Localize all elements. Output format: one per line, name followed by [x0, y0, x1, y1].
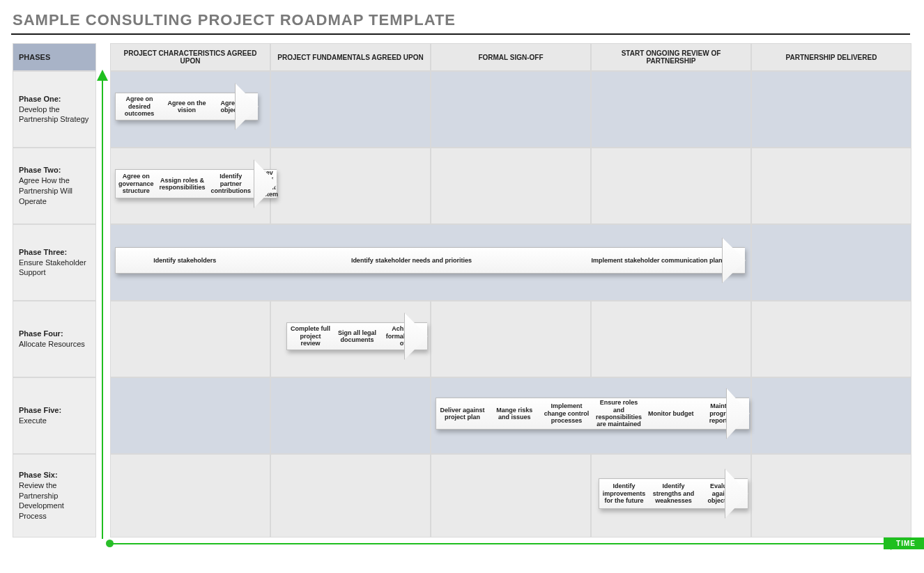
y-axis-gap	[96, 43, 110, 71]
phase-1-arrow: Agree on desired outcomes Agree on the v…	[115, 93, 258, 120]
phase-2-label: Phase Two: Agree How the Partnership Wil…	[13, 148, 96, 224]
arrowhead-icon	[97, 70, 108, 81]
phase-4-label: Phase Four: Allocate Resources	[13, 301, 96, 377]
task: Identify stakeholder needs and prioritie…	[254, 247, 569, 274]
phase-3-name: Phase Three:	[19, 247, 90, 258]
phase-1-desc: Develop the Partnership Strategy	[19, 104, 90, 125]
task: Identify strengths and weaknesses	[649, 480, 698, 507]
task: Agree on the vision	[163, 93, 210, 120]
task: Ensure roles and responsibilities are ma…	[592, 396, 645, 430]
task: Monitor budget	[645, 400, 697, 427]
r2c2	[270, 148, 431, 224]
y-axis	[96, 71, 110, 537]
page-title: SAMPLE CONSULTING PROJECT ROADMAP TEMPLA…	[13, 11, 913, 29]
time-label: TIME	[884, 537, 924, 549]
phase-5-label: Phase Five: Execute	[13, 377, 96, 454]
r4c5	[751, 301, 911, 377]
r2c5	[751, 148, 911, 224]
r1c4	[591, 71, 751, 148]
r4c3	[431, 301, 591, 377]
task: Agree on governance structure	[116, 170, 157, 197]
roadmap-grid: PHASES PROJECT CHARACTERISTICS AGREED UP…	[13, 43, 913, 537]
phase-3-label: Phase Three: Ensure Stakeholder Support	[13, 224, 96, 301]
col-header-4: START ONGOING REVIEW OF PARTNERSHIP	[591, 43, 751, 71]
phase-4-arrow: Complete full project review Sign all le…	[286, 322, 427, 350]
col-header-3: FORMAL SIGN-OFF	[431, 43, 591, 71]
r3c5	[751, 224, 911, 301]
task: Dev perf mgmt system	[254, 166, 281, 201]
task: Agree on objective	[210, 93, 258, 120]
phase-5-arrow: Deliver against project plan Mange risks…	[436, 398, 749, 430]
phase-6-arrow: Identify improvements for the future Ide…	[599, 478, 748, 509]
phase-4-name: Phase Four:	[19, 329, 90, 339]
phase-4-desc: Allocate Resources	[19, 339, 90, 350]
task: Complete full project review	[287, 322, 334, 350]
phase-2-arrow: Agree on governance structure Assign rol…	[115, 169, 277, 198]
r3-span: Identify stakeholders Identify stakehold…	[110, 224, 751, 301]
col-header-5: PARTNERSHIP DELIVERED	[751, 43, 911, 71]
r5c1	[110, 377, 270, 454]
title-rule	[11, 33, 910, 35]
r6c2	[270, 454, 431, 537]
r5c2	[270, 377, 431, 454]
task: Evaluate against objectives	[698, 480, 748, 507]
task: Maintain progress reporting	[697, 400, 749, 427]
task: Identify improvements for the future	[599, 480, 649, 507]
task: Agree on desired outcomes	[116, 93, 163, 120]
r4c2: Complete full project review Sign all le…	[270, 301, 431, 377]
r2c1: Agree on governance structure Assign rol…	[110, 148, 270, 224]
task: Implement change control processes	[541, 400, 593, 427]
r6c3	[431, 454, 591, 537]
task: Implement stakeholder communication plan	[569, 247, 745, 274]
task: Achieve formal sign-off	[380, 322, 427, 350]
phase-2-name: Phase Two:	[19, 165, 90, 175]
task: Assign roles & responsibilities	[157, 171, 208, 197]
r2c3	[431, 148, 591, 224]
r4c1	[110, 301, 270, 377]
r4c4	[591, 301, 751, 377]
phase-3-desc: Ensure Stakeholder Support	[19, 258, 90, 278]
phase-3-arrow: Identify stakeholders Identify stakehold…	[115, 247, 745, 274]
r1c3	[431, 71, 591, 148]
task: Identify stakeholders	[116, 247, 254, 274]
r5-span: Deliver against project plan Mange risks…	[431, 377, 751, 454]
phase-5-desc: Execute	[19, 416, 90, 426]
phase-2-desc: Agree How the Partnership Will Operate	[19, 175, 90, 207]
phase-1-label: Phase One: Develop the Partnership Strat…	[13, 71, 96, 148]
r2c4	[591, 148, 751, 224]
r6c1	[110, 454, 270, 537]
col-header-1: PROJECT CHARACTERISTICS AGREED UPON	[110, 43, 270, 71]
r1c5	[751, 71, 911, 148]
phase-6-label: Phase Six: Review the Partnership Develo…	[13, 454, 96, 537]
task: Mange risks and issues	[488, 400, 541, 427]
r6c5	[751, 454, 911, 537]
r1c2	[270, 71, 431, 148]
r5c5	[751, 377, 911, 454]
col-header-2: PROJECT FUNDAMENTALS AGREED UPON	[270, 43, 431, 71]
r1c1: Agree on desired outcomes Agree on the v…	[110, 71, 270, 148]
phase-5-name: Phase Five:	[19, 405, 90, 416]
task: Identify partner contributions	[208, 170, 254, 197]
phase-1-name: Phase One:	[19, 94, 90, 104]
task: Sign all legal documents	[334, 323, 380, 350]
phases-header: PHASES	[13, 43, 96, 71]
phase-6-name: Phase Six:	[19, 470, 90, 480]
task: Deliver against project plan	[436, 400, 488, 427]
time-axis: TIME	[110, 539, 910, 558]
r6c4: Identify improvements for the future Ide…	[591, 454, 751, 537]
phase-6-desc: Review the Partnership Development Proce…	[19, 480, 90, 521]
